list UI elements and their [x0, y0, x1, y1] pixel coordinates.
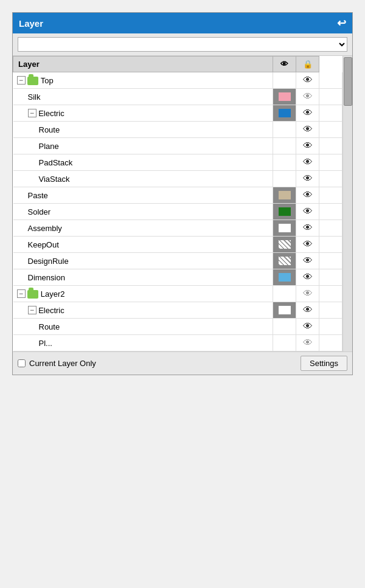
table-row: − Layer2👁	[13, 286, 342, 302]
dropdown-row	[13, 33, 352, 56]
swatch-cell	[273, 286, 296, 302]
table-row: ViaStack👁	[13, 171, 342, 187]
white-swatch	[278, 305, 291, 315]
eye-icon[interactable]: 👁	[303, 108, 313, 119]
lock-header-icon: 🔒	[303, 60, 313, 69]
eye-cell[interactable]: 👁	[296, 302, 319, 319]
layer-name-text: Electric	[38, 109, 64, 118]
eye-icon[interactable]: 👁	[303, 321, 313, 332]
current-layer-only-label[interactable]: Current Layer Only	[18, 359, 96, 368]
lock-cell	[319, 187, 342, 204]
swatch-cell	[273, 138, 296, 154]
eye-icon[interactable]: 👁	[303, 91, 313, 102]
eye-cell[interactable]: 👁	[296, 335, 319, 351]
bottom-bar: Current Layer Only Settings	[13, 351, 352, 375]
swatch-cell	[273, 89, 296, 105]
col-eye-header: 👁	[273, 57, 296, 72]
swatch-cell	[273, 122, 296, 138]
layer-name-cell: Paste	[13, 187, 273, 204]
table-row: − Electric👁	[13, 105, 342, 122]
eye-icon[interactable]: 👁	[303, 223, 313, 233]
folder-icon	[27, 77, 38, 85]
layer-name-cell: Plane	[13, 138, 273, 154]
layer-panel: Layer ↩ Layer 👁 🔒	[12, 12, 353, 375]
collapse-button[interactable]: −	[17, 289, 26, 298]
current-layer-only-text: Current Layer Only	[29, 359, 96, 368]
eye-cell[interactable]: 👁	[296, 122, 319, 138]
layer-name-cell: Assembly	[13, 220, 273, 237]
eye-cell[interactable]: 👁	[296, 89, 319, 105]
lock-cell	[319, 105, 342, 122]
scrollbar-thumb[interactable]	[344, 57, 352, 106]
eye-cell[interactable]: 👁	[296, 319, 319, 335]
eye-icon[interactable]: 👁	[303, 288, 313, 299]
layer-name-cell: Dimension	[13, 269, 273, 286]
layer-name-cell: DesignRule	[13, 253, 273, 269]
swatch-cell	[273, 72, 296, 89]
lock-cell	[319, 302, 342, 319]
layer-name-text: DesignRule	[28, 257, 69, 266]
layer-name-text: Layer2	[41, 289, 65, 299]
table-row: Silk👁	[13, 89, 342, 105]
collapse-button[interactable]: −	[28, 306, 36, 314]
eye-icon[interactable]: 👁	[303, 75, 313, 86]
scrollbar-track[interactable]	[342, 56, 352, 351]
lock-cell	[319, 253, 342, 269]
white-swatch	[278, 223, 291, 233]
eye-icon[interactable]: 👁	[303, 305, 313, 316]
eye-cell[interactable]: 👁	[296, 237, 319, 253]
col-lock-header: 🔒	[296, 57, 319, 72]
collapse-button[interactable]: −	[17, 76, 26, 85]
eye-cell[interactable]: 👁	[296, 253, 319, 269]
eye-icon[interactable]: 👁	[303, 272, 313, 283]
table-row: − Electric👁	[13, 302, 342, 319]
table-row: Route👁	[13, 122, 342, 138]
eye-icon[interactable]: 👁	[303, 239, 313, 250]
eye-cell[interactable]: 👁	[296, 138, 319, 154]
eye-icon[interactable]: 👁	[303, 206, 313, 217]
eye-icon[interactable]: 👁	[303, 140, 313, 151]
color-swatch	[278, 190, 291, 200]
layer-name-cell: Route	[13, 122, 273, 138]
current-layer-only-checkbox[interactable]	[18, 359, 26, 367]
layer-name-text: ViaStack	[39, 175, 70, 184]
swatch-cell	[273, 253, 296, 269]
back-icon[interactable]: ↩	[337, 16, 346, 30]
settings-button[interactable]: Settings	[301, 356, 347, 371]
table-container: Layer 👁 🔒 − Top👁Silk👁− Electric👁Route👁Pl…	[13, 56, 352, 351]
eye-cell[interactable]: 👁	[296, 220, 319, 237]
layer-name-text: Electric	[38, 306, 64, 315]
layer-dropdown[interactable]	[18, 37, 347, 52]
eye-cell[interactable]: 👁	[296, 286, 319, 302]
table-row: Paste👁	[13, 187, 342, 204]
table-row: KeepOut👁	[13, 237, 342, 253]
table-row: Assembly👁	[13, 220, 342, 237]
eye-icon[interactable]: 👁	[303, 337, 313, 348]
lock-cell	[319, 269, 342, 286]
panel-title: Layer	[19, 18, 43, 29]
eye-cell[interactable]: 👁	[296, 154, 319, 171]
swatch-cell	[273, 220, 296, 237]
eye-cell[interactable]: 👁	[296, 105, 319, 122]
eye-icon[interactable]: 👁	[303, 255, 313, 266]
collapse-button[interactable]: −	[28, 109, 36, 117]
eye-cell[interactable]: 👁	[296, 72, 319, 89]
eye-icon[interactable]: 👁	[303, 190, 313, 201]
table-row: Solder👁	[13, 204, 342, 220]
eye-icon[interactable]: 👁	[303, 157, 313, 168]
eye-cell[interactable]: 👁	[296, 171, 319, 187]
eye-cell[interactable]: 👁	[296, 269, 319, 286]
swatch-cell	[273, 319, 296, 335]
layer-name-text: Plane	[39, 142, 59, 151]
color-swatch	[278, 272, 291, 282]
eye-icon[interactable]: 👁	[303, 124, 313, 135]
eye-cell[interactable]: 👁	[296, 187, 319, 204]
lock-cell	[319, 237, 342, 253]
eye-header-icon: 👁	[280, 60, 288, 69]
hatch-swatch	[278, 256, 291, 266]
eye-cell[interactable]: 👁	[296, 204, 319, 220]
table-scroll[interactable]: Layer 👁 🔒 − Top👁Silk👁− Electric👁Route👁Pl…	[13, 56, 342, 351]
layer-name-text: KeepOut	[28, 240, 59, 249]
eye-icon[interactable]: 👁	[303, 173, 313, 184]
lock-cell	[319, 220, 342, 237]
